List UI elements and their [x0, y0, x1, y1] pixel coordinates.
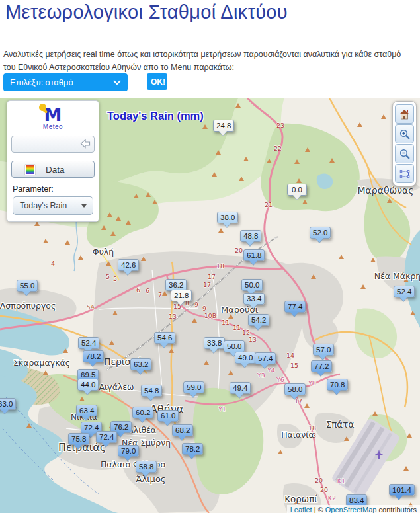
peak-icon: [134, 194, 139, 198]
rain-marker[interactable]: 44.0: [77, 379, 99, 391]
rain-marker[interactable]: 24.8: [213, 120, 234, 132]
rain-marker[interactable]: 75.8: [68, 433, 89, 445]
caret-down-icon: [81, 204, 87, 208]
place-label: Σπάτα: [326, 419, 355, 430]
peak-icon: [34, 221, 40, 226]
chevron-down-icon: [113, 77, 121, 87]
rain-marker[interactable]: 63.4: [76, 405, 97, 416]
leaflet-link[interactable]: Leaflet: [290, 506, 312, 513]
rain-marker[interactable]: 61.8: [243, 249, 265, 261]
road-ref-label: 17: [203, 281, 211, 288]
rain-marker[interactable]: 55.0: [17, 280, 38, 292]
rain-marker[interactable]: 63.0: [0, 398, 16, 410]
openstreetmap-link[interactable]: OpenStreetMap: [325, 506, 377, 513]
road-ref-label: 13: [249, 336, 257, 343]
road-ref-label: 10B: [204, 312, 217, 319]
peak-icon: [239, 177, 244, 181]
home-button[interactable]: [395, 104, 414, 124]
home-icon: [398, 108, 411, 120]
peak-icon: [228, 370, 233, 375]
peak-icon: [109, 340, 114, 345]
rain-marker[interactable]: 63.2: [130, 358, 151, 370]
peak-icon: [116, 216, 121, 221]
road-ref-label: K1: [337, 477, 345, 485]
rain-marker[interactable]: 49.0: [235, 352, 256, 364]
peak-icon: [126, 220, 131, 225]
road-ref-label: 7: [158, 291, 162, 298]
color-scale-icon: [25, 165, 35, 175]
rain-marker[interactable]: 54.2: [248, 314, 269, 326]
back-arrow-icon[interactable]: [79, 138, 91, 152]
parameter-select[interactable]: Today's Rain: [13, 196, 93, 215]
rain-marker[interactable]: 59.0: [183, 381, 204, 393]
rain-marker[interactable]: 0.0: [287, 184, 307, 196]
rain-marker[interactable]: 33.8: [204, 337, 225, 349]
rain-marker[interactable]: 79.0: [118, 445, 139, 457]
peak-icon: [26, 423, 32, 428]
peak-icon: [79, 397, 85, 401]
rain-marker[interactable]: 52.4: [78, 337, 99, 349]
rain-marker[interactable]: 50.0: [241, 279, 263, 291]
map-title: Today's Rain (mm): [107, 110, 204, 122]
rain-marker[interactable]: 78.2: [83, 350, 104, 362]
zoom-in-button[interactable]: [395, 124, 414, 143]
station-search-input[interactable]: [13, 137, 79, 151]
rain-marker[interactable]: 49.4: [230, 382, 251, 394]
place-label: Νέα Μάκρη: [374, 271, 420, 281]
logo-dot: [39, 104, 46, 111]
rain-marker[interactable]: 42.6: [118, 259, 139, 271]
rain-marker[interactable]: 54.8: [141, 385, 162, 397]
rain-marker[interactable]: 68.2: [172, 424, 193, 436]
peak-icon: [235, 103, 241, 108]
rain-marker[interactable]: 77.4: [284, 301, 306, 313]
rain-marker[interactable]: 52.4: [394, 286, 415, 297]
road-ref-label: 20: [315, 477, 323, 484]
road-ref-label: 20: [320, 486, 328, 493]
rain-marker[interactable]: 48.8: [240, 230, 261, 242]
rain-marker[interactable]: 58.0: [284, 383, 306, 395]
rain-marker[interactable]: 60.2: [132, 407, 153, 418]
rain-marker[interactable]: 72.4: [96, 431, 117, 443]
rain-marker[interactable]: 50.0: [224, 340, 245, 352]
station-select-dropdown[interactable]: Επιλέξτε σταθμό: [3, 73, 128, 91]
rain-marker[interactable]: 77.2: [311, 360, 332, 372]
rain-marker[interactable]: 101.4: [389, 484, 415, 496]
peak-icon: [152, 200, 157, 204]
peak-icon: [360, 284, 366, 289]
peak-icon: [65, 240, 70, 245]
road-ref-label: 23: [276, 122, 284, 129]
zoom-out-button[interactable]: [395, 144, 414, 163]
box-zoom-icon: [399, 168, 411, 180]
road-ref-label: Y6: [276, 376, 284, 383]
rain-marker[interactable]: 78.2: [182, 443, 203, 455]
rain-marker[interactable]: 21.8: [171, 290, 192, 301]
rain-marker[interactable]: 54.6: [154, 332, 175, 344]
ok-button[interactable]: OK!: [147, 73, 167, 90]
road-ref-label: 13: [169, 313, 177, 320]
rain-marker[interactable]: 70.8: [327, 379, 348, 391]
rain-marker[interactable]: 57.0: [313, 344, 334, 356]
peak-icon: [101, 225, 106, 230]
map-canvas[interactable]: 23222120181717455667899151310B111112135A…: [0, 98, 420, 513]
data-button[interactable]: Data: [11, 161, 95, 178]
road-ref-label: 11: [222, 319, 230, 326]
peak-icon: [218, 228, 224, 233]
zoom-out-icon: [399, 148, 411, 160]
peak-icon: [329, 158, 335, 163]
peak-icon: [311, 274, 316, 279]
rain-marker[interactable]: 33.4: [243, 293, 265, 305]
peak-icon: [107, 212, 112, 217]
peak-icon: [410, 311, 415, 315]
station-search-box[interactable]: [11, 136, 95, 153]
rain-marker[interactable]: 57.4: [255, 352, 276, 364]
rain-marker[interactable]: 58.8: [136, 461, 157, 473]
box-zoom-button[interactable]: [395, 164, 414, 183]
road-ref-label: 14: [286, 352, 294, 359]
parameter-label: Parameter:: [13, 184, 99, 194]
rain-marker[interactable]: 38.0: [217, 212, 238, 223]
road-ref-label: 12: [242, 329, 250, 336]
rain-marker[interactable]: 61.0: [157, 410, 179, 422]
road-ref-label: 6: [146, 287, 149, 294]
rain-marker[interactable]: 52.0: [310, 227, 331, 239]
road-ref-label: 18: [216, 262, 224, 270]
